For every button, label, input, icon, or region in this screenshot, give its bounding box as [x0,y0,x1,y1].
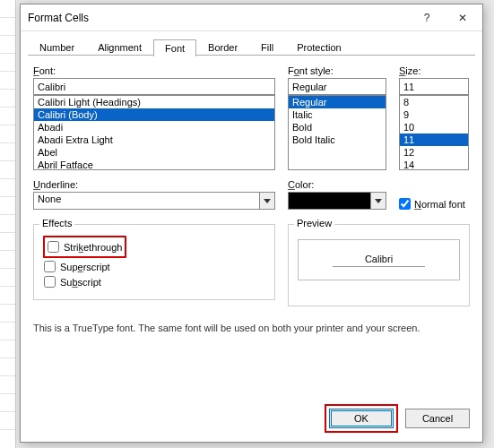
spreadsheet-row-headers [0,0,16,448]
dialog-title: Format Cells [28,12,409,24]
chevron-down-icon[interactable] [259,192,275,210]
font-listbox[interactable]: Calibri Light (Headings) Calibri (Body) … [33,95,275,170]
list-item[interactable]: Italic [289,108,386,121]
list-item[interactable]: 8 [400,96,468,108]
tab-bar: Number Alignment Font Border Fill Protec… [21,31,482,56]
font-input[interactable] [33,78,275,95]
list-item[interactable]: Bold [289,121,386,134]
tab-alignment[interactable]: Alignment [86,39,153,56]
list-item[interactable]: 11 [400,134,468,146]
superscript-checkbox[interactable]: Superscript [43,260,265,273]
tab-font[interactable]: Font [153,39,196,56]
fontstyle-input[interactable] [288,78,386,95]
tab-protection[interactable]: Protection [285,39,353,56]
normal-font-checkbox[interactable]: Normal font [399,198,470,210]
cancel-button[interactable]: Cancel [405,409,470,428]
strikethrough-checkbox[interactable]: Strikethrough [47,240,123,254]
color-combo[interactable] [288,192,386,210]
color-swatch [288,192,370,210]
underline-label: Underline: [33,179,275,190]
preview-group: Preview Calibri [288,224,470,306]
list-item[interactable]: Regular [289,96,386,108]
titlebar: Format Cells ? ✕ [21,4,482,31]
effects-title: Effects [39,218,74,228]
preview-title: Preview [294,218,334,228]
subscript-checkbox[interactable]: Subscript [43,275,265,289]
list-item[interactable]: Abril Fatface [34,159,274,170]
superscript-check[interactable] [44,261,56,272]
chevron-down-icon[interactable] [370,192,386,210]
list-item[interactable]: Calibri (Body) [34,108,274,121]
list-item[interactable]: 9 [400,108,468,121]
font-label: Font: [33,65,275,76]
size-listbox[interactable]: 8 9 10 11 12 14 [399,95,469,170]
list-item[interactable]: 14 [400,159,468,170]
size-input[interactable] [399,78,469,95]
dialog-buttons: OK Cancel [325,404,470,433]
list-item[interactable]: Calibri Light (Headings) [34,96,274,108]
fontstyle-label: Font style: [288,65,386,76]
ok-button[interactable]: OK [329,409,394,428]
list-item[interactable]: 12 [400,146,468,159]
normal-font-check[interactable] [399,198,411,210]
highlight-ok: OK [325,404,398,433]
tab-fill[interactable]: Fill [249,39,285,56]
tab-number[interactable]: Number [28,39,86,56]
effects-group: Effects Strikethrough Superscript Subscr [33,224,275,300]
underline-combo[interactable]: None [33,192,275,210]
font-description: This is a TrueType font. The same font w… [33,323,470,333]
subscript-check[interactable] [44,276,56,288]
tab-border[interactable]: Border [196,39,249,56]
underline-value: None [33,192,259,210]
preview-box: Calibri [298,239,460,280]
list-item[interactable]: 10 [400,121,468,134]
color-label: Color: [288,179,386,190]
close-button[interactable]: ✕ [445,5,481,30]
highlight-strikethrough: Strikethrough [43,236,126,258]
fontstyle-listbox[interactable]: Regular Italic Bold Bold Italic [288,95,386,170]
list-item[interactable]: Abel [34,146,274,159]
list-item[interactable]: Bold Italic [289,134,386,146]
strikethrough-check[interactable] [48,241,59,253]
preview-sample: Calibri [333,254,425,267]
list-item[interactable]: Abadi [34,121,274,134]
help-button[interactable]: ? [409,5,445,30]
list-item[interactable]: Abadi Extra Light [34,134,274,146]
format-cells-dialog: Format Cells ? ✕ Number Alignment Font B… [20,4,483,443]
size-label: Size: [399,65,469,76]
